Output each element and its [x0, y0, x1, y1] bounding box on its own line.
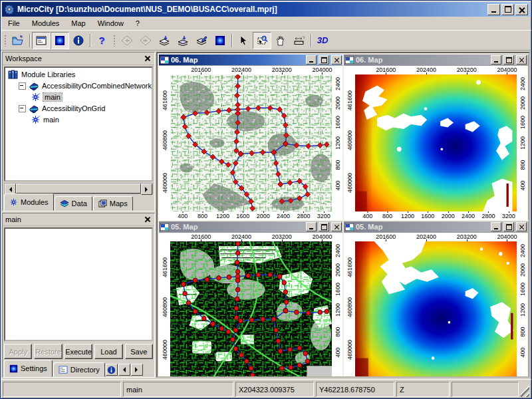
toolbar-grip[interactable]	[113, 35, 116, 47]
navigate-back-button[interactable]	[118, 32, 136, 49]
view-3d-button[interactable]: 3D	[313, 32, 332, 49]
workspace-close-button[interactable]	[142, 54, 152, 63]
child-maximize-button[interactable]	[319, 55, 329, 65]
execute-button[interactable]: Execute	[65, 344, 92, 359]
ruler-tick-label: 400	[178, 213, 188, 219]
scroll-right-button[interactable]	[141, 184, 152, 195]
ruler-tick-label: 1600	[519, 283, 526, 296]
measure-tool-button[interactable]: ?	[290, 32, 309, 49]
ruler-right: 2400200016001200800400	[516, 241, 528, 378]
select-tool-button[interactable]	[234, 32, 253, 49]
settings-area[interactable]	[4, 227, 153, 341]
child-maximize-button[interactable]	[503, 55, 514, 65]
zoom-window-icon	[256, 35, 268, 46]
menu-modules[interactable]: Modules	[26, 18, 66, 29]
left-sidebar: Workspace Module Libraries Acces	[2, 52, 155, 378]
tree-root[interactable]: Module Libraries	[5, 69, 152, 80]
export-layer-button[interactable]	[174, 32, 192, 49]
info-tab-button[interactable]	[106, 364, 118, 376]
ruler-tick-label: 2400	[334, 77, 341, 90]
child-maximize-button[interactable]	[319, 222, 329, 231]
status-panel-y-coordinate: Y462218.678750	[316, 382, 394, 397]
edit-layers-button[interactable]	[192, 32, 211, 49]
ruler-left: 461600460800460000	[159, 241, 171, 378]
zoom-window-tool-button[interactable]	[253, 32, 271, 49]
map-display-button[interactable]	[51, 32, 69, 49]
new-map-view-button[interactable]	[211, 32, 229, 49]
map-window-titlebar[interactable]: 06. Map	[159, 55, 343, 65]
status-panel-x-coordinate: X204323.009375	[235, 382, 314, 397]
load-button[interactable]: Load	[94, 344, 122, 359]
tree-root-label: Module Libraries	[21, 70, 75, 78]
menu-file[interactable]: File	[2, 18, 26, 29]
tree-horizontal-scrollbar[interactable]	[4, 183, 153, 194]
minimize-button[interactable]	[487, 4, 500, 15]
map-window-05-street[interactable]: 05. Map 201600202400203200204000 4008001…	[158, 220, 344, 378]
open-project-button[interactable]	[9, 32, 27, 49]
map-window-06-street[interactable]: 06. Map 201600202400203200204000 4008001…	[158, 53, 344, 221]
tab-scroll-right-button[interactable]	[131, 364, 143, 376]
tree-item-module-library[interactable]: AccessibilityOnGrid	[5, 103, 152, 114]
map-window-icon	[160, 223, 169, 231]
pan-tool-button[interactable]	[271, 32, 290, 49]
collapse-toggle-icon[interactable]	[19, 105, 26, 112]
map-window-titlebar[interactable]: 06. Map	[344, 55, 528, 65]
module-info-button[interactable]	[69, 32, 88, 49]
module-panel-close-button[interactable]	[142, 215, 152, 224]
tab-modules[interactable]: Modules	[4, 194, 54, 211]
menu-window[interactable]: Window	[92, 18, 130, 29]
arrow-right-icon	[135, 367, 140, 372]
ruler-tick-label: 202400	[231, 66, 251, 73]
child-close-button[interactable]	[516, 55, 527, 65]
tab-maps[interactable]: Maps	[93, 196, 133, 211]
arrow-left-icon	[120, 367, 126, 372]
tab-directory[interactable]: Directory	[53, 362, 105, 377]
menu-map[interactable]: Map	[65, 18, 91, 29]
scrollbar-thumb[interactable]	[16, 184, 141, 194]
tree-item-module-library[interactable]: AccessibilityOnCombinedNetwork	[5, 80, 152, 92]
child-minimize-button[interactable]	[491, 55, 501, 65]
ruler-tick-label: 460000	[162, 340, 168, 360]
map-window-05-heatmap[interactable]: 05. Map 201600202400203200204000 4008001…	[342, 220, 529, 378]
child-close-button[interactable]	[331, 222, 342, 231]
map-canvas-heatmap[interactable]	[355, 241, 517, 378]
apply-button[interactable]: Apply	[4, 344, 32, 359]
add-layer-button[interactable]	[155, 32, 174, 49]
module-panel-header: main	[3, 213, 154, 226]
child-minimize-button[interactable]	[491, 222, 501, 231]
map-canvas-street-dark[interactable]	[170, 241, 332, 378]
tree-item-label: AccessibilityOnCombinedNetwork	[42, 82, 152, 90]
ruler-tick-label: 1600	[519, 116, 526, 129]
restore-button[interactable]: Restore	[34, 344, 62, 359]
menu-help[interactable]: ?	[130, 18, 146, 29]
child-minimize-button[interactable]	[306, 55, 317, 65]
ruler-tick-label: 1200	[334, 136, 341, 150]
map-window-06-heatmap[interactable]: 06. Map 201600202400203200204000 4008001…	[342, 53, 529, 221]
child-close-button[interactable]	[331, 55, 342, 65]
title-bar[interactable]: MicroCity [D:\sunzhuo\Document\NUS_DEMO\…	[2, 2, 530, 17]
ruler-tick-label: 203200	[457, 66, 477, 73]
tab-scroll-left-button[interactable]	[118, 364, 130, 376]
close-button[interactable]	[515, 4, 528, 15]
map-canvas-street-light[interactable]	[170, 74, 332, 211]
navigate-forward-button[interactable]	[136, 32, 155, 49]
tree-item-main[interactable]: main	[5, 114, 152, 126]
save-button[interactable]: Save	[125, 344, 153, 359]
tab-data[interactable]: Data	[55, 196, 92, 211]
tab-settings[interactable]: Settings	[4, 360, 53, 377]
maximize-button[interactable]	[501, 4, 514, 15]
child-maximize-button[interactable]	[503, 222, 514, 231]
child-minimize-button[interactable]	[306, 222, 317, 231]
ruler-tick-label: 1200	[519, 136, 526, 150]
tree-item-main-selected[interactable]: main	[5, 92, 152, 103]
child-close-button[interactable]	[516, 222, 527, 231]
map-window-titlebar[interactable]: 05. Map	[344, 221, 528, 232]
map-window-titlebar[interactable]: 05. Map	[159, 221, 343, 232]
map-canvas-heatmap[interactable]	[355, 74, 517, 211]
toolbar-grip[interactable]	[4, 35, 7, 47]
collapse-toggle-icon[interactable]	[19, 82, 26, 90]
resize-grip[interactable]	[521, 382, 529, 397]
help-button[interactable]: ?	[92, 32, 111, 49]
ruler-tick-label: 1600	[334, 116, 341, 129]
workspace-panel-button[interactable]	[32, 32, 51, 49]
